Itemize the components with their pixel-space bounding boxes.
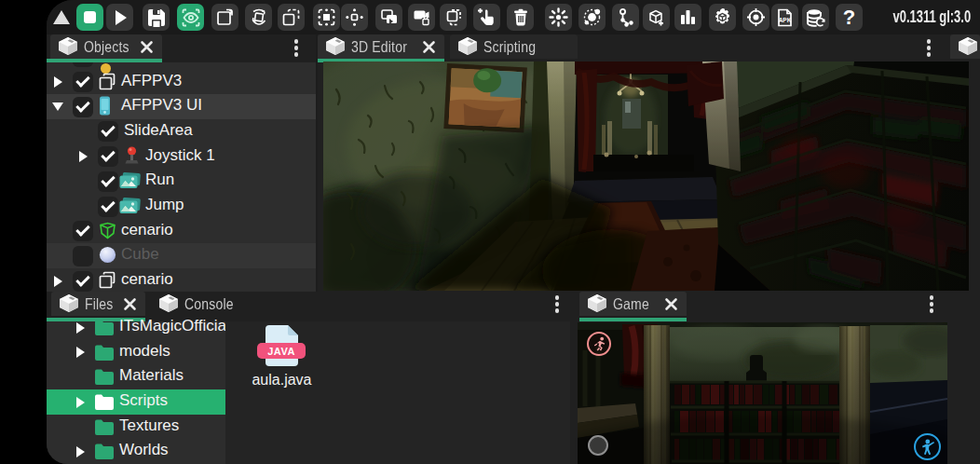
svg-text:APK: APK <box>779 16 792 22</box>
